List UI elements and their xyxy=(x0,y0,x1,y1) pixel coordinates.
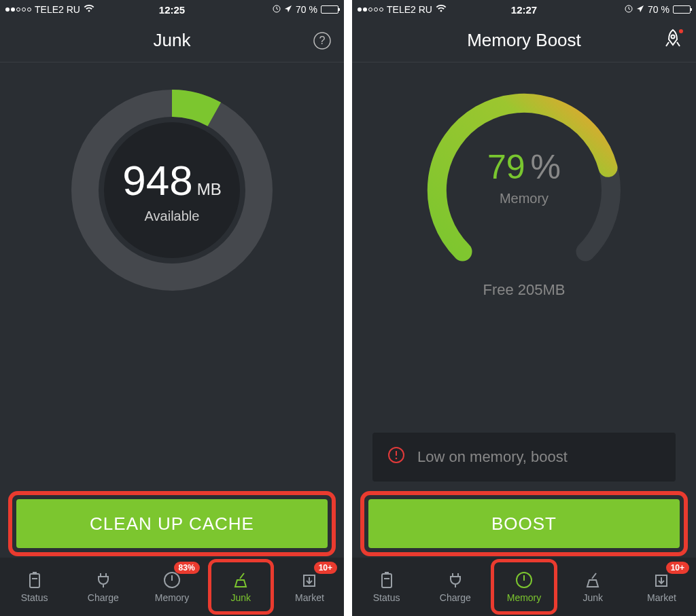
warning-text: Low on memory, boost xyxy=(417,448,568,466)
download-icon xyxy=(300,570,318,590)
broom-icon xyxy=(232,570,249,590)
clock-label: 12:25 xyxy=(0,4,344,16)
clock-label: 12:27 xyxy=(352,4,696,16)
svg-rect-15 xyxy=(385,572,389,574)
tab-charge[interactable]: Charge xyxy=(421,558,489,616)
tab-label: Status xyxy=(373,592,400,603)
tab-memory[interactable]: Memory xyxy=(489,558,558,616)
broom-icon xyxy=(584,570,602,590)
page-title: Junk xyxy=(154,30,191,51)
page-title: Memory Boost xyxy=(467,30,581,51)
svg-point-11 xyxy=(679,29,683,33)
download-icon xyxy=(652,570,670,590)
tab-label: Charge xyxy=(440,592,471,603)
battery-outline-icon xyxy=(27,570,42,590)
tab-label: Market xyxy=(647,592,676,603)
boost-button[interactable]: BOOST xyxy=(368,499,680,548)
tab-status[interactable]: Status xyxy=(352,558,421,616)
market-badge: 10+ xyxy=(666,562,689,574)
rocket-button[interactable] xyxy=(662,29,684,54)
junk-unit: MB xyxy=(197,180,222,199)
tab-status[interactable]: Status xyxy=(0,558,69,616)
tab-label: Memory xyxy=(155,592,190,603)
help-button[interactable]: ? xyxy=(313,31,332,53)
memory-value: 79 xyxy=(487,147,525,187)
plug-icon xyxy=(95,570,111,590)
svg-rect-6 xyxy=(33,572,37,574)
svg-point-13 xyxy=(396,458,398,460)
tab-junk[interactable]: Junk xyxy=(559,558,627,616)
memory-gauge: 79 % Memory Free 205MB xyxy=(352,62,696,299)
tab-memory[interactable]: 83% Memory xyxy=(137,558,206,616)
tab-market[interactable]: 10+ Market xyxy=(627,558,696,616)
clean-cache-highlight: CLEAN UP CACHE xyxy=(8,491,336,556)
svg-point-10 xyxy=(672,35,675,39)
alert-icon xyxy=(387,446,405,468)
junk-screen: TELE2 RU 12:25 70 % Junk ? xyxy=(0,0,344,616)
svg-rect-5 xyxy=(30,574,39,587)
svg-rect-14 xyxy=(382,574,392,587)
gauge-icon xyxy=(515,570,533,590)
battery-icon xyxy=(321,5,338,14)
tab-junk[interactable]: Junk xyxy=(207,558,275,616)
junk-dial: 948 MB Available xyxy=(0,62,344,299)
battery-icon xyxy=(673,5,691,14)
tab-label: Memory xyxy=(507,592,542,603)
svg-rect-7 xyxy=(32,578,37,579)
tab-label: Status xyxy=(21,592,48,603)
tab-label: Junk xyxy=(582,592,603,603)
memory-unit: % xyxy=(531,147,561,187)
market-badge: 10+ xyxy=(314,562,337,574)
svg-text:?: ? xyxy=(319,35,326,46)
low-memory-warning: Low on memory, boost xyxy=(372,433,676,482)
tab-bar: Status Charge 83% Memory Junk 10+ Market xyxy=(0,558,344,616)
status-bar: TELE2 RU 12:25 70 % xyxy=(0,0,344,19)
tab-market[interactable]: 10+ Market xyxy=(275,558,344,616)
tab-charge[interactable]: Charge xyxy=(69,558,137,616)
memory-sub: Memory xyxy=(500,191,549,206)
junk-sub: Available xyxy=(145,209,200,224)
nav-header: Junk ? xyxy=(0,19,344,62)
plug-icon xyxy=(447,570,464,590)
svg-rect-16 xyxy=(384,578,389,579)
tab-bar: Status Charge Memory Junk 10+ Market xyxy=(352,558,696,616)
clean-cache-button[interactable]: CLEAN UP CACHE xyxy=(16,499,328,548)
nav-header: Memory Boost xyxy=(352,19,696,62)
tab-label: Charge xyxy=(88,592,119,603)
junk-value: 948 xyxy=(122,156,192,204)
memory-screen: TELE2 RU 12:27 70 % Memory Boost xyxy=(352,0,696,616)
battery-outline-icon xyxy=(379,570,394,590)
status-bar: TELE2 RU 12:27 70 % xyxy=(352,0,696,19)
tab-label: Market xyxy=(295,592,324,603)
memory-badge: 83% xyxy=(174,562,200,574)
boost-highlight: BOOST xyxy=(360,491,688,556)
tab-label: Junk xyxy=(230,592,251,603)
